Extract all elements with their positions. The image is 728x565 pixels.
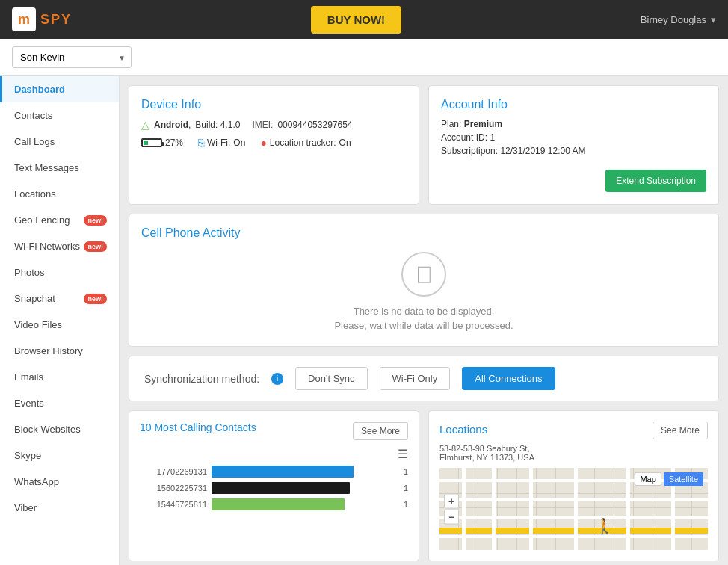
sidebar-item-block-websites[interactable]: Block Websites bbox=[0, 416, 119, 442]
wifi-status: ⎘ Wi-Fi: On bbox=[198, 137, 245, 149]
sidebar-label-photos: Photos bbox=[14, 267, 44, 278]
bar-count: 1 bbox=[393, 500, 408, 509]
address-line1: 53-82-53-98 Seabury St, bbox=[439, 444, 529, 453]
sidebar-label-dashboard: Dashboard bbox=[14, 84, 65, 95]
no-data-line2: Please, wait while data will be processe… bbox=[141, 320, 706, 331]
sidebar-item-dashboard[interactable]: Dashboard bbox=[0, 76, 119, 102]
sidebar-item-browser-history[interactable]: Browser History bbox=[0, 338, 119, 364]
sidebar-item-events[interactable]: Events bbox=[0, 390, 119, 416]
calling-contacts-card: 10 Most Calling Contacts See More ☰ 1770… bbox=[129, 410, 419, 561]
bar-track bbox=[212, 482, 389, 494]
account-id-row: Account ID: 1 bbox=[441, 132, 706, 143]
chevron-down-icon: ▾ bbox=[711, 14, 716, 25]
sidebar-item-video-files[interactable]: Video Files bbox=[0, 312, 119, 338]
location-address: 53-82-53-98 Seabury St, Elmhurst, NY 113… bbox=[439, 444, 708, 462]
sidebar-label-emails: Emails bbox=[14, 371, 43, 383]
contacts-header: 10 Most Calling Contacts See More bbox=[140, 422, 408, 441]
account-id-value: 1 bbox=[490, 132, 495, 143]
subscription-value: 12/31/2019 12:00 AM bbox=[500, 146, 585, 156]
wifi-label: Wi-Fi: bbox=[207, 138, 230, 148]
sidebar-item-locations[interactable]: Locations bbox=[0, 181, 119, 207]
bar-label: 15602225731 bbox=[140, 484, 207, 493]
sync-label: Synchronization method: bbox=[144, 373, 259, 385]
sidebar-item-text-messages[interactable]: Text Messages bbox=[0, 155, 119, 181]
user-menu[interactable]: Birney Douglas ▾ bbox=[641, 14, 716, 25]
sidebar-label-video-files: Video Files bbox=[14, 319, 62, 330]
device-bar: Son Kevin bbox=[0, 39, 728, 76]
new-badge-wi-fi-networks: new! bbox=[84, 241, 107, 252]
bar-item: 156022257311 bbox=[140, 482, 408, 494]
sync-wifi-only-button[interactable]: Wi-Fi Only bbox=[380, 367, 451, 390]
location-pin-icon: ● bbox=[260, 137, 266, 149]
sidebar-label-text-messages: Text Messages bbox=[14, 162, 79, 173]
no-data-line1: There is no data to be displayed. bbox=[141, 306, 706, 317]
sidebar-item-photos[interactable]: Photos bbox=[0, 259, 119, 285]
zoom-out-button[interactable]: − bbox=[444, 510, 459, 525]
sidebar-item-viber[interactable]: Viber bbox=[0, 495, 119, 521]
extend-subscription-button[interactable]: Extend Subscription bbox=[605, 170, 706, 192]
cell-phone-activity-title: Cell Phone Activity bbox=[141, 226, 706, 240]
sidebar-label-viber: Viber bbox=[14, 502, 37, 513]
bar-fill bbox=[212, 482, 350, 494]
locations-see-more-button[interactable]: See More bbox=[653, 422, 708, 439]
sidebar-item-wi-fi-networks[interactable]: Wi-Fi Networksnew! bbox=[0, 233, 119, 259]
device-selector[interactable]: Son Kevin bbox=[12, 46, 132, 68]
main-layout: DashboardContactsCall LogsText MessagesL… bbox=[0, 76, 728, 565]
map-road-v2 bbox=[492, 468, 496, 550]
hamburger-icon[interactable]: ☰ bbox=[398, 448, 408, 460]
sidebar-item-whatsapp[interactable]: WhatsApp bbox=[0, 469, 119, 495]
map-type-map-button[interactable]: Map bbox=[635, 472, 661, 486]
sidebar-label-contacts: Contacts bbox=[14, 110, 52, 121]
locations-title: Locations bbox=[439, 423, 487, 436]
sidebar-label-snapchat: Snapchat bbox=[14, 293, 55, 304]
device-os: Android, bbox=[154, 120, 191, 130]
map-zoom-controls: + − bbox=[444, 494, 459, 525]
bar-fill bbox=[212, 466, 354, 478]
wifi-icon: ⎘ bbox=[198, 137, 204, 149]
wifi-value: On bbox=[233, 138, 245, 148]
bar-count: 1 bbox=[393, 467, 408, 476]
sidebar-label-events: Events bbox=[14, 398, 44, 409]
battery-visual bbox=[141, 138, 162, 147]
map-type-satellite-button[interactable]: Satellite bbox=[664, 472, 703, 486]
sidebar-item-snapchat[interactable]: Snapchatnew! bbox=[0, 285, 119, 312]
sidebar-label-wi-fi-networks: Wi-Fi Networks bbox=[14, 241, 80, 252]
sync-info-icon[interactable]: i bbox=[271, 373, 283, 385]
battery-indicator: 27% bbox=[141, 138, 183, 148]
sidebar-item-contacts[interactable]: Contacts bbox=[0, 102, 119, 129]
bar-item: 177022691311 bbox=[140, 466, 408, 478]
sync-dont-sync-button[interactable]: Don't Sync bbox=[295, 367, 367, 390]
phone-icon: ⎕ bbox=[401, 252, 446, 297]
map-road-v1 bbox=[462, 468, 466, 550]
sidebar-label-whatsapp: WhatsApp bbox=[14, 476, 59, 487]
device-info-title: Device Info bbox=[141, 98, 407, 111]
subscription-row: Subscriptipon: 12/31/2019 12:00 AM bbox=[441, 146, 706, 156]
map-type-controls: Map Satellite bbox=[635, 472, 703, 486]
device-imei-label: IMEI: bbox=[252, 120, 273, 130]
bar-track bbox=[212, 466, 389, 478]
sidebar: DashboardContactsCall LogsText MessagesL… bbox=[0, 76, 120, 565]
top-cards-row: Device Info △ Android, Build: 4.1.0 IMEI… bbox=[129, 85, 719, 205]
bar-chart: 177022691311156022257311154457258111 bbox=[140, 466, 408, 510]
contacts-see-more-button[interactable]: See More bbox=[353, 422, 408, 440]
location-label: Location tracker: bbox=[270, 138, 336, 148]
sidebar-item-geo-fencing[interactable]: Geo Fencingnew! bbox=[0, 207, 119, 233]
device-info-card: Device Info △ Android, Build: 4.1.0 IMEI… bbox=[129, 85, 419, 205]
sidebar-label-geo-fencing: Geo Fencing bbox=[14, 214, 70, 226]
device-stats: 27% ⎘ Wi-Fi: On ● Location tracker: On bbox=[141, 137, 407, 149]
buy-now-button[interactable]: BUY NOW! bbox=[311, 6, 401, 34]
zoom-in-button[interactable]: + bbox=[444, 494, 459, 509]
sidebar-item-skype[interactable]: Skype bbox=[0, 442, 119, 469]
map-road-v5 bbox=[626, 468, 630, 550]
bar-label: 17702269131 bbox=[140, 467, 207, 476]
map-placeholder: Map Satellite + − 🚶 bbox=[439, 468, 708, 550]
sidebar-item-call-logs[interactable]: Call Logs bbox=[0, 129, 119, 155]
sidebar-item-emails[interactable]: Emails bbox=[0, 364, 119, 390]
device-selector-wrapper[interactable]: Son Kevin bbox=[12, 46, 132, 68]
sidebar-label-locations: Locations bbox=[14, 188, 56, 200]
plan-label: Plan: bbox=[441, 119, 461, 129]
app-header: m SPY BUY NOW! Birney Douglas ▾ bbox=[0, 0, 728, 39]
bar-item: 154457258111 bbox=[140, 498, 408, 510]
sync-all-connections-button[interactable]: All Connections bbox=[462, 367, 555, 390]
map-pin-icon: 🚶 bbox=[595, 517, 614, 535]
